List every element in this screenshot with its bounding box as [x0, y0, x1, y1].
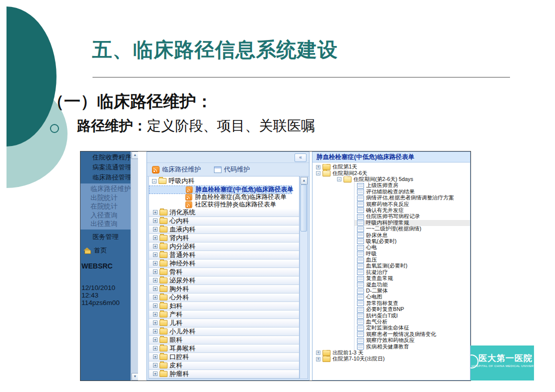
expand-node-icon[interactable] [153, 227, 158, 232]
department-row[interactable]: 心外科 [149, 294, 299, 302]
collapse-node-icon[interactable] [337, 178, 342, 182]
department-row[interactable]: 心内科 [149, 217, 299, 226]
collapse-node-icon[interactable] [316, 171, 320, 176]
order-item-row[interactable]: 定时监测生命体征 [354, 325, 470, 331]
order-item-row[interactable]: 一~二级护理(根据病情) [354, 226, 470, 232]
department-row[interactable]: 血液内科 [149, 226, 299, 234]
stage-discharge-day[interactable]: 住院第7-10天(出院日) [312, 356, 470, 362]
stage-discharge-pre[interactable]: 出院前1-3 天 [312, 350, 470, 356]
expand-node-icon[interactable] [153, 312, 158, 316]
expand-node-icon[interactable] [153, 363, 158, 368]
order-item-row[interactable]: 肌钙蛋白T或I [354, 312, 470, 318]
department-row[interactable]: 耳鼻喉科 [149, 344, 299, 353]
expand-node-icon[interactable] [316, 165, 320, 170]
order-item-row[interactable]: D-二聚体 [354, 288, 470, 294]
sidebar-menu-item[interactable]: 临床路径管理 [80, 172, 138, 182]
scrollbar-thumb[interactable] [300, 184, 307, 232]
department-row[interactable]: 口腔科 [149, 353, 299, 362]
sidebar-item-home[interactable]: 首页 [84, 246, 138, 255]
collapse-node-icon[interactable] [152, 179, 156, 184]
expand-node-icon[interactable] [153, 270, 158, 274]
department-row[interactable]: 皮科 [149, 362, 299, 370]
expand-node-icon[interactable] [153, 261, 158, 266]
department-row[interactable]: 胸外科 [149, 285, 299, 294]
department-row[interactable]: 眼科 [149, 336, 299, 344]
expand-node-icon[interactable] [153, 252, 158, 257]
sidebar-scrollbar[interactable]: ▲ ▼ [130, 152, 138, 380]
department-row[interactable]: 肾内科 [149, 234, 299, 242]
expand-node-icon[interactable] [153, 329, 158, 334]
expand-node-icon[interactable] [153, 338, 158, 342]
order-item-row[interactable]: 呼吸 [354, 250, 470, 256]
department-row[interactable]: 妇科 [149, 302, 299, 310]
order-item-row[interactable]: 疾病相关健康教育 [354, 344, 470, 350]
pathway-form-item[interactable]: 肺血栓栓塞症(中低危)临床路径表单 [149, 186, 292, 194]
expand-node-icon[interactable] [153, 210, 158, 214]
tree-scrollbar[interactable]: ▲ [300, 176, 308, 379]
expand-node-icon[interactable] [153, 354, 158, 359]
order-item-row[interactable]: 评估辅助检查的结果 [354, 189, 470, 195]
sidebar-submenu-item[interactable]: 在院统计 [80, 202, 138, 211]
order-item-row[interactable]: 住院医师书写病程记录 [354, 214, 470, 220]
order-item-row[interactable]: 心电 [354, 244, 470, 250]
order-item-row[interactable]: 观察患者一般情况及病情变化 [354, 332, 470, 338]
sidebar-submenu-item[interactable]: 临床路径维护 [80, 184, 138, 194]
scroll-up-icon[interactable]: ▲ [300, 177, 308, 184]
sidebar-item-manage[interactable]: 医务管理 [80, 232, 138, 242]
pathway-maintain-button[interactable]: 临床路径维护 [152, 165, 201, 174]
sidebar-submenu-item[interactable]: 入径查询 [80, 211, 138, 220]
order-item-row[interactable]: 确认有无并发症 [354, 208, 470, 214]
department-row[interactable]: 肿瘤科 [149, 370, 299, 378]
order-item-row[interactable]: 必要时复查BNP [354, 306, 470, 312]
department-row[interactable]: 产科 [149, 310, 299, 319]
order-item-row[interactable]: 心电图 [354, 294, 470, 300]
expand-node-icon[interactable] [153, 286, 158, 291]
expand-node-icon[interactable] [153, 278, 158, 282]
expand-node-icon[interactable] [153, 372, 158, 376]
order-item-row[interactable]: 卧床休息 [354, 232, 470, 238]
expand-node-icon[interactable] [153, 320, 158, 325]
department-row[interactable]: 骨科 [149, 268, 299, 276]
expand-node-icon[interactable] [153, 244, 158, 248]
sidebar-submenu-item[interactable]: 出径查询 [80, 220, 138, 228]
expand-node-icon[interactable] [153, 346, 158, 350]
department-row[interactable]: 儿科 [149, 319, 299, 328]
department-row[interactable]: 消化系统 [149, 208, 299, 217]
expand-node-icon[interactable] [316, 357, 320, 362]
stage-period[interactable]: 住院期间2-6天 [312, 170, 470, 176]
sidebar-submenu-item[interactable]: 出院统计 [80, 194, 138, 202]
department-row[interactable]: 内分泌科 [149, 242, 299, 251]
department-row[interactable]: 泌尿外科 [149, 276, 299, 285]
expand-node-icon[interactable] [153, 236, 158, 240]
pathway-form-item[interactable]: 社区获得性肺炎临床路径表单 [149, 201, 299, 208]
stage-day1[interactable]: 住院第1天 [312, 164, 470, 170]
expand-node-icon[interactable] [153, 218, 158, 223]
department-row[interactable]: 小儿外科 [149, 328, 299, 336]
order-item-row[interactable]: 血氧监测(必要时) [354, 263, 470, 269]
order-item-row[interactable]: 凝血功能 [354, 282, 470, 288]
expand-node-icon[interactable] [153, 304, 158, 308]
order-item-row[interactable]: 复查血常规 [354, 276, 470, 282]
tree-node-respiratory[interactable]: 呼吸内科 [149, 176, 299, 186]
order-item-row[interactable]: 吸氧(必要时) [354, 238, 470, 244]
scroll-down-icon[interactable]: ▼ [132, 373, 138, 380]
sidebar-menu-item[interactable]: 病案流通管理 [80, 162, 138, 172]
order-item-row[interactable]: 异常指标复查 [354, 300, 470, 306]
order-item-row[interactable]: 抗凝治疗 [354, 270, 470, 276]
scroll-up-icon[interactable]: ▲ [132, 152, 138, 159]
code-maintain-button[interactable]: 代码维护 [214, 165, 258, 174]
expand-node-icon[interactable] [316, 351, 320, 356]
stage-period-sub[interactable]: 住院期间(第2-6天) 5days [312, 176, 470, 182]
collapse-panel-button[interactable]: « [294, 154, 306, 162]
department-row[interactable]: 神经内科 [149, 378, 299, 380]
order-item-row[interactable]: 观察药物不良反应 [354, 201, 470, 207]
order-item-row[interactable]: 血气分析 [354, 319, 470, 325]
order-item-row[interactable]: 血压 [354, 257, 470, 263]
expand-node-icon[interactable] [153, 295, 158, 300]
department-row[interactable]: 神经外科 [149, 260, 299, 268]
order-item-row[interactable]: 呼吸内科护理常规 [354, 220, 470, 226]
order-item-row[interactable]: 病情评估,根据患者病情调整治疗方案 [354, 195, 470, 201]
department-row[interactable]: 普通外科 [149, 251, 299, 260]
order-item-row[interactable]: 上级医师查房 [354, 182, 470, 188]
order-item-row[interactable]: 观察疗效和药物反应 [354, 338, 470, 344]
